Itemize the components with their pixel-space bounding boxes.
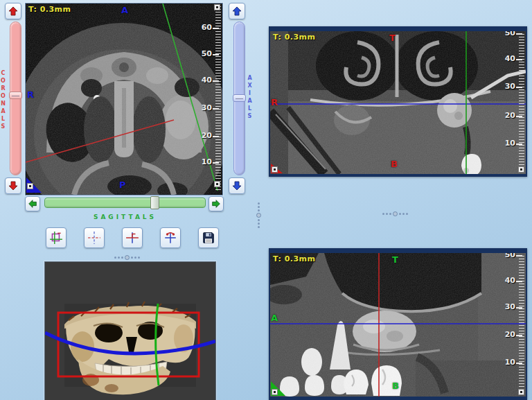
- crosshair-angle-icon: [163, 231, 177, 245]
- axials-down-button[interactable]: [229, 177, 245, 194]
- reset-crosshairs-button[interactable]: [46, 227, 66, 248]
- crosshair-grid-icon: [49, 231, 63, 245]
- coronal-view[interactable]: T: 0.3mm T R B 50 40 30 20 10: [270, 31, 526, 174]
- right-splitter-grip[interactable]: [382, 211, 408, 216]
- sagittal-panel-frame: T: 0.3mm T A B 50 40 30 20 10: [269, 248, 527, 400]
- adjust-angle-button[interactable]: [160, 227, 181, 248]
- coronals-slider[interactable]: [10, 21, 21, 175]
- coronal-orientation-top: T: [389, 33, 396, 43]
- axial-scroll-down-handle[interactable]: [214, 181, 220, 187]
- coronals-label: CORONALS: [0, 70, 6, 131]
- arrow-left-icon: [27, 198, 38, 209]
- align-crosshair-button[interactable]: [122, 227, 143, 248]
- save-button[interactable]: [198, 227, 219, 248]
- toggle-crosshairs-button[interactable]: [84, 227, 105, 248]
- crosshair-align-icon: [125, 231, 139, 245]
- save-icon: [202, 231, 215, 245]
- sagittal-scroll-right-handle[interactable]: [518, 389, 524, 395]
- coronal-orientation-left: R: [271, 97, 278, 107]
- axial-view[interactable]: T: 0.3mm A R P 60 50 40 30 20 10: [25, 3, 223, 195]
- sagittal-orientation-top: T: [392, 254, 398, 265]
- coronals-up-button[interactable]: [5, 3, 21, 19]
- coronals-slider-thumb[interactable]: [9, 92, 22, 99]
- coronal-thickness-label: T: 0.3mm: [273, 33, 316, 42]
- sagittal-orientation-bottom: B: [392, 381, 399, 391]
- sagittals-left-button[interactable]: [25, 196, 40, 211]
- axial-orientation-top: A: [121, 5, 128, 15]
- horizontal-splitter-grip[interactable]: [114, 254, 140, 260]
- arrow-down-icon: [7, 180, 19, 192]
- coronal-orientation-bottom: B: [391, 159, 398, 169]
- axial-orientation-left: R: [27, 89, 34, 100]
- arrow-right-icon: [211, 198, 222, 209]
- axials-slider-thumb[interactable]: [233, 94, 246, 102]
- arrow-up-icon: [231, 5, 243, 17]
- sagittal-ct-image: [270, 253, 526, 397]
- axials-up-button[interactable]: [229, 3, 245, 19]
- axials-label: AXIALS: [247, 75, 253, 121]
- sagittal-orientation-left: A: [271, 313, 278, 323]
- sagittal-scroll-left-handle[interactable]: [272, 389, 278, 395]
- sagittal-view[interactable]: T: 0.3mm T A B 50 40 30 20 10: [270, 253, 526, 397]
- volume-3d-view[interactable]: [44, 261, 216, 400]
- vertical-splitter-grip[interactable]: [256, 202, 261, 228]
- arrow-down-icon: [231, 180, 243, 192]
- sagittals-label: SAGITTALS: [44, 214, 206, 220]
- coronal-ct-image: [270, 31, 526, 174]
- axial-ct-image: [26, 3, 222, 195]
- sagittals-right-button[interactable]: [209, 196, 224, 211]
- coronals-down-button[interactable]: [5, 177, 21, 194]
- coronal-scroll-left-handle[interactable]: [272, 166, 278, 173]
- axial-scroll-up-handle[interactable]: [214, 4, 220, 10]
- axial-scroll-left-handle[interactable]: [27, 183, 33, 189]
- sagittal-thickness-label: T: 0.3mm: [273, 254, 316, 263]
- arrow-up-icon: [7, 5, 19, 17]
- axials-slider[interactable]: [233, 21, 245, 175]
- axial-orientation-bottom: P: [119, 180, 126, 190]
- sagittals-slider-thumb[interactable]: [150, 196, 159, 209]
- coronal-panel-frame: T: 0.3mm T R B 50 40 30 20 10: [269, 26, 527, 177]
- coronal-scroll-right-handle[interactable]: [518, 166, 524, 173]
- application-window: CORONALS: [0, 0, 532, 400]
- sagittals-slider[interactable]: [44, 198, 206, 208]
- dashed-crosshair-icon: [87, 231, 101, 245]
- axial-thickness-label: T: 0.3mm: [28, 5, 71, 14]
- skull-3d-render: [45, 262, 215, 400]
